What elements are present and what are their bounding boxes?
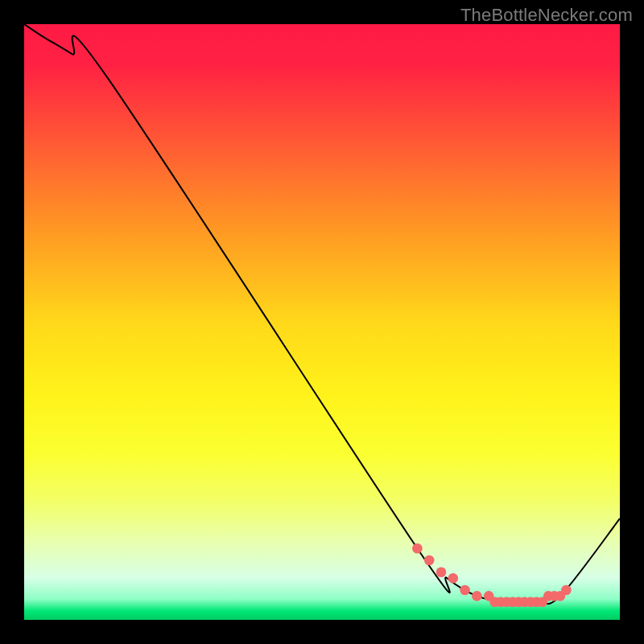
attribution-label: TheBottleNecker.com [460,5,633,26]
chart-stage: TheBottleNecker.com [0,0,644,644]
bottleneck-curve-line [24,24,620,604]
optimal-marker [448,573,459,584]
plot-area [24,24,620,620]
optimal-marker [561,585,572,596]
optimal-marker [424,555,435,566]
optimal-marker [460,585,470,596]
chart-overlay [24,24,620,620]
optimal-marker [436,568,447,578]
optimal-marker [412,543,423,554]
optimal-marker [472,591,482,601]
